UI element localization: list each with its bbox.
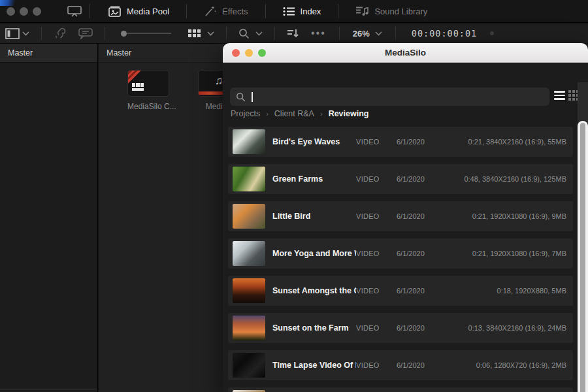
media-pool-icon bbox=[107, 6, 122, 17]
traffic-light-buttons bbox=[232, 49, 266, 57]
media-list-item[interactable]: Time Lapse Video Of Night Sky VIDEO 6/1/… bbox=[228, 350, 573, 380]
breadcrumb-projects[interactable]: Projects bbox=[231, 109, 260, 118]
media-list-item[interactable]: More Yoga and More Water VIDEO 6/1/2020 … bbox=[228, 238, 573, 269]
zoom-level-value: 26% bbox=[353, 29, 370, 39]
sort-order-icon[interactable] bbox=[282, 24, 304, 44]
clip-thumbnail bbox=[233, 278, 265, 303]
clip-date: 6/1/2020 bbox=[397, 138, 440, 146]
mediasilo-titlebar[interactable]: MediaSilo bbox=[223, 43, 588, 63]
index-icon bbox=[283, 7, 295, 16]
bin-tree-master[interactable]: Master bbox=[0, 44, 97, 63]
clip-name: Sunset on the Farm bbox=[272, 323, 356, 333]
clip-mediasilo-timeline[interactable]: MediaSilo C... bbox=[127, 70, 169, 111]
chevron-down-icon bbox=[207, 31, 214, 36]
breadcrumb-current: Reviewing bbox=[329, 109, 369, 118]
clip-label: MediaSilo C... bbox=[127, 102, 169, 111]
app-top-bar: Media Pool Effects Index Sound Library bbox=[0, 0, 588, 23]
divider bbox=[186, 4, 187, 18]
clip-type-badge: VIDEO bbox=[356, 138, 397, 146]
music-note-icon: ♫ bbox=[215, 74, 223, 88]
clip-thumbnail bbox=[233, 316, 265, 340]
tab-label: Index bbox=[301, 7, 321, 16]
timecode-display: 00:00:00:01 bbox=[402, 28, 486, 39]
bin-tree-panel: Master bbox=[0, 44, 98, 392]
desktop-corner-artifact bbox=[0, 0, 20, 6]
effects-icon bbox=[204, 5, 217, 17]
status-dot bbox=[490, 31, 494, 35]
tab-label: Effects bbox=[222, 7, 248, 16]
breadcrumb: Projects › Client R&A › Reviewing bbox=[231, 109, 368, 118]
clip-comments-icon[interactable] bbox=[73, 24, 98, 44]
clip-type-badge: VIDEO bbox=[356, 212, 397, 220]
mediasilo-body: Projects › Client R&A › Reviewing Bird's… bbox=[223, 63, 588, 392]
clip-details: 0:21, 1920X1080 (16:9), 9MB bbox=[440, 212, 566, 220]
divider bbox=[338, 4, 338, 18]
clip-thumbnail bbox=[233, 167, 265, 191]
tab-effects[interactable]: Effects bbox=[195, 0, 257, 23]
zoom-button[interactable] bbox=[258, 49, 266, 57]
search-icon bbox=[236, 92, 246, 102]
zoom-level-dropdown[interactable]: 26% bbox=[346, 29, 389, 39]
close-button[interactable] bbox=[232, 49, 240, 57]
chevron-right-icon: › bbox=[320, 110, 323, 118]
window-title: MediaSilo bbox=[223, 48, 588, 57]
divider bbox=[274, 27, 275, 40]
tab-label: Sound Library bbox=[374, 7, 427, 16]
divider bbox=[105, 27, 105, 40]
window-controls[interactable] bbox=[7, 7, 41, 16]
media-list-item[interactable]: Walk Along the Coast VIDEO 6/1/2020 0:15… bbox=[228, 387, 573, 392]
divider bbox=[265, 4, 266, 18]
media-list-item[interactable]: Sunset on the Farm VIDEO 6/1/2020 0:13, … bbox=[228, 313, 573, 343]
chevron-down-icon bbox=[22, 31, 29, 36]
grid-view-icon bbox=[188, 29, 201, 37]
breadcrumb-client[interactable]: Client R&A bbox=[274, 109, 314, 118]
cinema-viewer-icon[interactable] bbox=[67, 6, 82, 17]
search-icon bbox=[238, 28, 250, 39]
clip-date: 6/1/2020 bbox=[397, 175, 440, 183]
clip-type-badge: VIDEO bbox=[356, 287, 397, 295]
clip-date: 6/1/2020 bbox=[397, 212, 440, 220]
scrollbar-thumb[interactable] bbox=[578, 121, 588, 392]
clip-name: Time Lapse Video Of Night Sky bbox=[272, 361, 356, 370]
divider bbox=[90, 4, 90, 18]
clip-date: 6/1/2020 bbox=[397, 361, 440, 369]
more-options-icon[interactable]: ••• bbox=[304, 27, 333, 39]
tab-sound-library[interactable]: Sound Library bbox=[346, 0, 436, 23]
relink-media-icon[interactable] bbox=[48, 24, 73, 44]
minimize-button[interactable] bbox=[245, 49, 253, 57]
search-input[interactable] bbox=[255, 92, 544, 102]
clip-details: 0:48, 3840X2160 (16:9), 125MB bbox=[440, 175, 566, 183]
media-list-item[interactable]: Bird's Eye Waves VIDEO 6/1/2020 0:21, 38… bbox=[228, 127, 573, 157]
list-view-toggle[interactable] bbox=[554, 91, 565, 100]
search-button[interactable] bbox=[233, 24, 268, 44]
thumbnail-size-slider[interactable] bbox=[121, 31, 171, 37]
sound-library-icon bbox=[355, 6, 369, 16]
divider bbox=[395, 27, 396, 40]
media-list-item[interactable]: Little Bird VIDEO 6/1/2020 0:21, 1920X10… bbox=[228, 201, 573, 231]
clip-thumbnail bbox=[233, 353, 265, 378]
bin-sidebar-toggle[interactable] bbox=[0, 24, 35, 44]
clip-type-badge: VIDEO bbox=[356, 175, 397, 183]
divider bbox=[339, 27, 340, 40]
media-list-item[interactable]: Sunset Amongst the Cloud VIDEO 6/1/2020 … bbox=[228, 276, 573, 306]
clip-thumbnail bbox=[233, 129, 265, 154]
search-field[interactable] bbox=[230, 88, 549, 106]
scrollbar-track[interactable] bbox=[578, 82, 588, 392]
clip-date: 6/1/2020 bbox=[397, 287, 440, 295]
view-mode-grid-button[interactable] bbox=[183, 24, 220, 44]
tab-index[interactable]: Index bbox=[274, 0, 331, 23]
divider bbox=[226, 27, 227, 40]
clip-thumbnail bbox=[233, 241, 265, 266]
divider bbox=[41, 27, 42, 40]
clip-thumbnail bbox=[233, 204, 265, 229]
clip-details: 0:21, 3840X2160 (16:9), 55MB bbox=[440, 138, 566, 146]
text-cursor bbox=[252, 92, 253, 102]
clip-details: 0:18, 1920X880, 5MB bbox=[440, 287, 566, 295]
mediasilo-window: MediaSilo Projects › Client R&A › Review… bbox=[223, 43, 588, 392]
clip-name: Green Farms bbox=[272, 174, 356, 184]
tab-media-pool[interactable]: Media Pool bbox=[98, 0, 178, 23]
clip-type-badge: VIDEO bbox=[356, 324, 397, 332]
clip-date: 6/1/2020 bbox=[397, 250, 440, 257]
media-list-item[interactable]: Green Farms VIDEO 6/1/2020 0:48, 3840X21… bbox=[228, 164, 573, 194]
chevron-down-icon bbox=[375, 31, 382, 36]
